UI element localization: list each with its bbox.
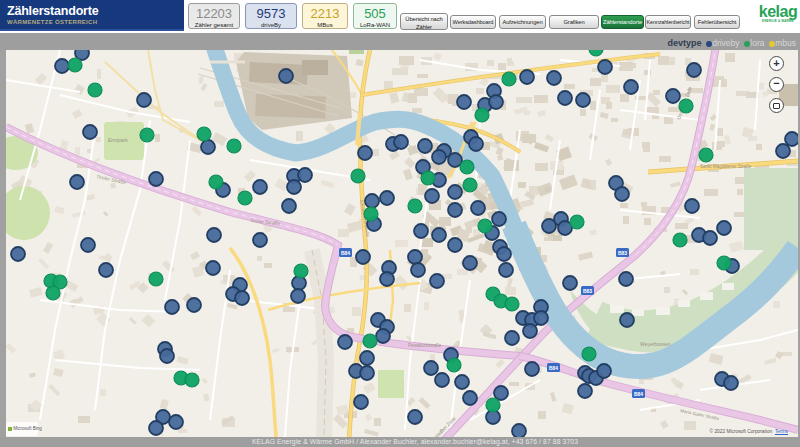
svg-text:B83: B83: [583, 288, 592, 294]
svg-text:Emspark: Emspark: [108, 137, 128, 143]
svg-text:Weyerbossen: Weyerbossen: [640, 341, 671, 347]
svg-text:B84: B84: [549, 365, 558, 371]
svg-text:B83: B83: [618, 250, 627, 256]
svg-text:Pestalozzistraße: Pestalozzistraße: [408, 343, 442, 348]
svg-text:Sankt Magdalener Straße: Sankt Magdalener Straße: [700, 164, 752, 169]
svg-text:B84: B84: [634, 391, 643, 397]
svg-text:B84: B84: [341, 250, 350, 256]
